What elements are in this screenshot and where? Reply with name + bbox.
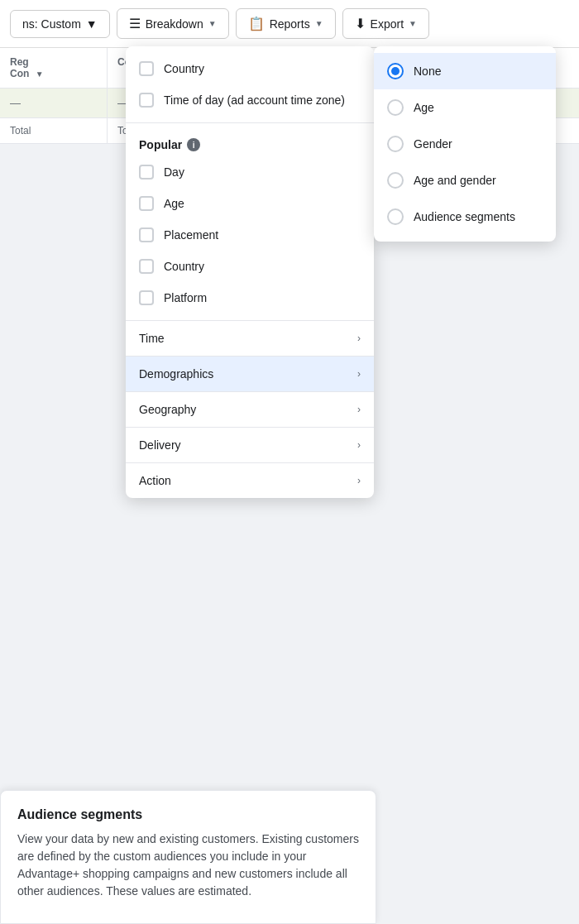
popular-label: Popular [139,138,182,151]
custom-chevron: ▼ [86,17,98,31]
nav-delivery-chevron: › [357,439,361,451]
nav-demographics[interactable]: Demographics › [126,356,374,391]
checkbox-platform-box[interactable] [139,290,154,305]
nav-delivery-label: Delivery [139,438,181,452]
export-chevron: ▼ [409,19,417,28]
radio-audience-segments[interactable]: Audience segments [374,199,556,235]
demographics-submenu: None Age Gender Age and gender Audience … [374,46,556,242]
breakdown-label: Breakdown [146,17,203,31]
checkbox-placement-label: Placement [164,228,218,242]
checkbox-platform[interactable]: Platform [126,282,374,314]
custom-button[interactable]: ns: Custom ▼ [10,10,110,38]
audience-card-body: View your data by new and existing custo… [17,831,359,900]
radio-age[interactable]: Age [374,89,556,126]
nav-demographics-label: Demographics [139,367,213,381]
checkbox-age-label: Age [164,197,184,210]
popular-section: Popular i Day Age Placement Country Plat… [126,123,374,321]
checkbox-age[interactable]: Age [126,188,374,219]
nav-delivery[interactable]: Delivery › [126,427,374,462]
export-button[interactable]: ⬇ Export ▼ [342,8,429,39]
toolbar: ns: Custom ▼ ☰ Breakdown ▼ 📋 Reports ▼ ⬇… [0,0,579,48]
checkbox-placement[interactable]: Placement [126,219,374,251]
radio-none-label: None [414,65,441,78]
nav-section: Time › Demographics › Geography › Delive… [126,321,374,498]
radio-age-and-gender-circle [387,172,404,189]
checkbox-country-top-box[interactable] [139,61,154,76]
total-reg: Total [0,118,108,143]
top-checkboxes-section: Country Time of day (ad account time zon… [126,46,374,123]
breakdown-icon: ☰ [129,16,141,31]
checkbox-age-box[interactable] [139,196,154,211]
nav-time-label: Time [139,332,165,345]
cell-reg: — [0,89,108,117]
reports-button[interactable]: 📋 Reports ▼ [236,8,336,39]
checkbox-time-of-day[interactable]: Time of day (ad account time zone) [126,84,374,116]
checkbox-country-popular-box[interactable] [139,259,154,274]
nav-time[interactable]: Time › [126,321,374,356]
breakdown-button[interactable]: ☰ Breakdown ▼ [117,8,229,39]
popular-info-icon[interactable]: i [187,138,200,151]
reports-icon: 📋 [248,16,265,31]
checkbox-day[interactable]: Day [126,156,374,188]
nav-geography[interactable]: Geography › [126,391,374,427]
radio-gender-label: Gender [414,137,452,151]
radio-none[interactable]: None [374,53,556,89]
radio-gender[interactable]: Gender [374,126,556,162]
checkbox-day-box[interactable] [139,165,154,180]
checkbox-platform-label: Platform [164,291,207,304]
col-reg-arrow: ▼ [36,69,44,79]
radio-age-and-gender[interactable]: Age and gender [374,162,556,199]
nav-action[interactable]: Action › [126,462,374,498]
audience-card-title: Audience segments [17,807,359,822]
reports-label: Reports [270,17,310,31]
radio-audience-segments-label: Audience segments [414,210,515,223]
nav-geography-label: Geography [139,403,196,416]
radio-gender-circle [387,136,404,152]
checkbox-time-of-day-label: Time of day (ad account time zone) [164,93,345,107]
popular-header: Popular i [126,130,374,156]
reports-chevron: ▼ [315,19,323,28]
nav-action-label: Action [139,474,171,487]
checkbox-day-label: Day [164,165,184,179]
checkbox-placement-box[interactable] [139,227,154,242]
checkbox-country-top[interactable]: Country [126,53,374,84]
radio-none-circle [387,63,404,79]
checkbox-country-popular-label: Country [164,260,204,273]
radio-age-and-gender-label: Age and gender [414,174,496,187]
nav-demographics-chevron: › [357,368,361,380]
export-label: Export [371,17,404,31]
audience-card: Audience segments View your data by new … [0,790,376,924]
nav-action-chevron: › [357,475,361,486]
col-reg: RegCon ▼ [0,48,108,88]
nav-geography-chevron: › [357,404,361,415]
checkbox-country-top-label: Country [164,62,204,75]
custom-label: ns: Custom [22,17,81,31]
breakdown-dropdown: Country Time of day (ad account time zon… [126,46,374,498]
nav-time-chevron: › [357,333,361,344]
radio-age-circle [387,99,404,116]
breakdown-chevron: ▼ [208,19,217,28]
radio-audience-segments-circle [387,208,404,225]
export-icon: ⬇ [355,16,366,31]
radio-age-label: Age [414,101,434,114]
checkbox-country-popular[interactable]: Country [126,251,374,282]
checkbox-time-of-day-box[interactable] [139,93,154,108]
